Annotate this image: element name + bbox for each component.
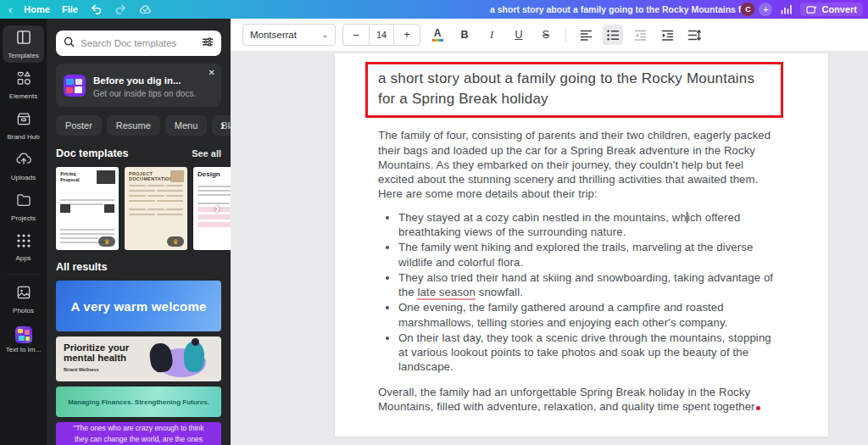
templates-panel: Before you dig in... Get our inside tips… (47, 19, 231, 445)
font-size-stepper: – 14 + (342, 24, 420, 46)
projects-folder-icon (15, 192, 32, 212)
sidebar-label: Templates (8, 52, 38, 59)
list-item[interactable]: They stayed at a cozy cabin nestled in t… (398, 210, 780, 240)
add-member-button[interactable]: + (759, 3, 772, 16)
photos-icon (15, 284, 32, 304)
result-card-quote[interactable]: "The ones who are crazy enough to think … (56, 422, 221, 445)
outdent-button (630, 25, 650, 45)
banner-close-icon[interactable]: ✕ (209, 68, 215, 77)
insights-chart-icon[interactable] (780, 3, 793, 16)
banner-subtitle: Get our inside tips on docs. (93, 89, 196, 98)
template-name: PROJECT DOCUMENTATION (129, 171, 164, 181)
title-highlight-box: a short story about a family going to th… (365, 62, 783, 118)
sidebar-label: Text to Im... (6, 346, 41, 353)
illustration-person-head (192, 338, 199, 346)
templates-next-arrow[interactable]: › (215, 201, 220, 216)
list-item[interactable]: One evening, the family gathered around … (398, 300, 780, 330)
top-bar: ‹ Home File a short story about a family… (0, 0, 868, 19)
chip-poster[interactable]: Poster (56, 115, 102, 136)
font-size-increase-button[interactable]: + (394, 25, 420, 45)
convert-button[interactable]: Convert (800, 3, 863, 16)
home-button[interactable]: Home (24, 4, 50, 14)
doc-template-carousel: Pricing Proposal ♛ PROJECT DOCUMENTATION (56, 167, 221, 250)
sidebar-item-uploads[interactable]: Uploads (3, 147, 44, 185)
pro-crown-icon: ♛ (98, 236, 115, 247)
list-item[interactable]: On their last day, they took a scenic dr… (398, 331, 780, 375)
uploads-cloud-icon (15, 151, 32, 171)
chips-next-arrow[interactable]: › (220, 118, 225, 133)
font-family-value: Montserrat (250, 30, 297, 40)
doc-templates-heading: Doc templates (56, 147, 128, 159)
bullet-list[interactable]: They stayed at a cozy cabin nestled in t… (378, 210, 780, 375)
card-text: Managing Finances. Strengthening Futures… (68, 398, 209, 406)
see-all-link[interactable]: See all (192, 148, 221, 159)
template-category-chips: Poster Resume Menu Blank Bac › (56, 115, 221, 136)
banner-title: Before you dig in... (93, 75, 181, 86)
search-input[interactable] (81, 38, 196, 48)
result-card-mental-health[interactable]: Prioritize your mental health Briard Wel… (56, 337, 221, 381)
template-thumb-pricing-proposal[interactable]: Pricing Proposal ♛ (56, 167, 119, 250)
card-title: Prioritize your mental health (64, 342, 148, 363)
result-card-managing-finances[interactable]: Managing Finances. Strengthening Futures… (56, 387, 221, 417)
font-size-decrease-button[interactable]: – (343, 25, 369, 45)
bullet-list-button[interactable] (603, 25, 623, 45)
chip-menu[interactable]: Menu (165, 115, 208, 136)
paragraph-closing[interactable]: Overall, the family had an unforgettable… (378, 385, 780, 414)
chip-resume[interactable]: Resume (107, 115, 160, 136)
editor-canvas: a short story about a family going to th… (231, 52, 868, 445)
sidebar-item-brand-hub[interactable]: Brand Hub (3, 107, 44, 144)
tips-banner[interactable]: Before you dig in... Get our inside tips… (56, 64, 221, 107)
list-item[interactable]: They also tried their hand at skiing and… (398, 270, 780, 300)
apps-grid-icon (16, 233, 31, 252)
font-size-value[interactable]: 14 (369, 25, 394, 45)
filter-sliders-icon[interactable] (202, 36, 214, 51)
text-toolbar: Montserrat ⌄ – 14 + A B I U S (231, 19, 868, 52)
all-results-heading: All results (56, 261, 107, 273)
left-rail-nav: Templates Elements Brand Hub Uploads Pro… (0, 19, 47, 445)
illustration-person (184, 342, 204, 372)
red-period-marker (756, 406, 760, 410)
undo-icon[interactable] (90, 3, 103, 16)
italic-button[interactable]: I (481, 25, 502, 45)
template-thumb-design[interactable]: Design (193, 167, 231, 250)
toolbar-divider (565, 27, 566, 42)
sidebar-item-projects[interactable]: Projects (3, 188, 44, 225)
card-text: "The ones who are crazy enough to think … (68, 423, 209, 445)
template-thumb-project-documentation[interactable]: PROJECT DOCUMENTATION ♛ (125, 167, 187, 250)
sidebar-item-apps[interactable]: Apps (3, 229, 44, 266)
templates-icon (15, 29, 32, 49)
brand-hub-icon (15, 110, 32, 131)
bold-button[interactable]: B (454, 25, 475, 45)
redo-icon[interactable] (114, 3, 127, 16)
font-family-select[interactable]: Montserrat ⌄ (242, 24, 336, 46)
card-text: A very warm welcome (71, 299, 207, 314)
list-item[interactable]: The family went hiking and explored the … (398, 240, 780, 270)
chevron-down-icon: ⌄ (321, 31, 328, 39)
search-icon (64, 36, 75, 51)
result-card-warm-welcome[interactable]: A very warm welcome (56, 281, 221, 331)
back-chevron-icon[interactable]: ‹ (8, 3, 12, 16)
align-left-button[interactable] (576, 25, 596, 45)
line-spacing-button[interactable] (684, 25, 704, 45)
document-title-topbar[interactable]: a short story about a family going to th… (490, 0, 748, 19)
text-color-button[interactable]: A (427, 25, 448, 45)
rail-divider (7, 274, 41, 275)
sidebar-item-templates[interactable]: Templates (3, 25, 44, 63)
sidebar-label: Photos (13, 307, 34, 314)
convert-label: Convert (821, 4, 857, 14)
pro-crown-icon: ♛ (167, 236, 184, 247)
sidebar-item-text-to-image[interactable]: Text to Im... (3, 321, 44, 359)
indent-button[interactable] (657, 25, 677, 45)
file-menu-button[interactable]: File (62, 4, 78, 14)
cloud-saved-icon (139, 3, 152, 16)
user-avatar[interactable]: C (741, 3, 754, 16)
sidebar-item-photos[interactable]: Photos (3, 281, 44, 318)
document-page[interactable]: a short story about a family going to th… (335, 53, 828, 437)
document-title[interactable]: a short story about a family going to th… (378, 69, 772, 109)
sidebar-item-elements[interactable]: Elements (3, 66, 44, 103)
template-name: Pricing Proposal (60, 171, 94, 182)
search-bar[interactable] (56, 31, 221, 56)
underline-button[interactable]: U (509, 25, 529, 45)
paragraph-intro[interactable]: The family of four, consisting of parent… (378, 128, 780, 201)
strikethrough-button[interactable]: S (536, 25, 556, 45)
